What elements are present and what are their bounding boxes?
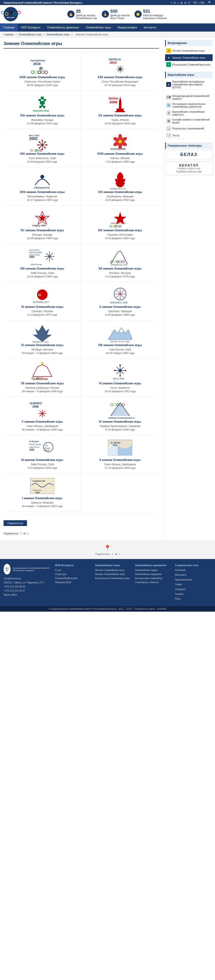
footer-youtube[interactable]: Youtube bbox=[175, 592, 212, 596]
svg-point-124 bbox=[119, 369, 122, 372]
svg-rect-9 bbox=[38, 99, 41, 101]
footer-share-tw-icon[interactable]: t bbox=[119, 552, 120, 555]
nav-movement[interactable]: Олимпийское движение bbox=[44, 24, 82, 32]
svg-rect-12 bbox=[41, 104, 43, 107]
game-ii-title[interactable]: II зимние Олимпийские игры bbox=[100, 458, 141, 461]
footer-movement-link4[interactable]: Спортивные объекты bbox=[135, 581, 172, 584]
share-tw[interactable]: t bbox=[28, 532, 28, 535]
sidebar-tests[interactable]: 📝 Тесты bbox=[165, 132, 213, 139]
game-ix-title[interactable]: IX зимние Олимпийские игры bbox=[21, 344, 63, 347]
sapporo-logo: XI SAPPORO 1972 bbox=[27, 285, 58, 305]
footer-twitter[interactable]: Twitter bbox=[175, 583, 212, 586]
svg-text:PyeongChang: PyeongChang bbox=[30, 59, 45, 62]
fb-icon[interactable]: f bbox=[171, 1, 172, 4]
instagram-icon[interactable]: ig bbox=[180, 1, 182, 4]
site-logo[interactable]: BELARUS bbox=[3, 7, 18, 21]
game-xxi-title[interactable]: XXI зимние Олимпийские игры bbox=[20, 114, 65, 117]
main-layout: Зимние Олимпийские игры PyeongChang 2018… bbox=[0, 38, 215, 541]
game-xiii-title[interactable]: XIII зимние Олимпийские игры bbox=[20, 267, 64, 270]
search-icon[interactable]: 🔍 bbox=[208, 1, 212, 4]
lang-ru[interactable]: RU bbox=[193, 1, 197, 4]
svg-marker-39 bbox=[38, 214, 46, 221]
tokyo-icon: 🏅 bbox=[102, 11, 109, 18]
footer-noc-about[interactable]: О нас bbox=[55, 569, 92, 572]
footer-map-icon[interactable]: 📍 bbox=[3, 545, 212, 551]
game-xxiii-title[interactable]: XXIII зимние Олимпийские игры bbox=[19, 76, 65, 79]
breadcrumb-olympic-games[interactable]: Олимпийские игры bbox=[18, 33, 41, 36]
footer-odnoklassniki[interactable]: Одноклассники bbox=[175, 578, 212, 581]
sarajevo-logo: SARAJEVO 1984 bbox=[104, 208, 136, 229]
nav-media[interactable]: Медиагалерея bbox=[114, 24, 140, 32]
chamonix-logo: I зимние ОИ Chamonix 1924 bbox=[27, 476, 58, 496]
twitter-icon[interactable]: t bbox=[178, 1, 179, 4]
sidebar-anoc[interactable]: 🌐 Ассоциация национальных олимпийских ко… bbox=[165, 102, 213, 109]
game-xx-title[interactable]: XX зимние Олимпийские игры bbox=[98, 114, 142, 117]
footer-vkontakte[interactable]: ВКонтакте bbox=[175, 573, 212, 577]
breadcrumb-home[interactable]: Главная bbox=[3, 33, 14, 36]
footer-games-winter[interactable]: Зимние Олимпийские игры bbox=[95, 573, 132, 576]
footer-flickr[interactable]: Flickr bbox=[175, 597, 212, 601]
game-xvi-title[interactable]: XVI зимние Олимпийские игры bbox=[98, 190, 142, 194]
flickr-icon[interactable]: fl bbox=[188, 1, 190, 4]
share-vk[interactable]: vk bbox=[24, 532, 26, 535]
footer-share-fb-icon[interactable]: f bbox=[112, 552, 113, 555]
right-sidebar: Возрождение ☀ Летние Олимпийские игры ❄ … bbox=[163, 38, 215, 541]
footer-logo: NOCBY bbox=[3, 564, 11, 574]
game-xvii-title[interactable]: XVII зимние Олимпийские игры bbox=[20, 190, 65, 194]
footer-facebook[interactable]: Facebook bbox=[175, 569, 212, 572]
nav-noc[interactable]: НОК Беларуси bbox=[18, 24, 44, 32]
share-fb[interactable]: f bbox=[21, 532, 22, 535]
footer-instagram[interactable]: Instagram bbox=[175, 588, 212, 591]
footer-noc-museum[interactable]: Олимпийский музей bbox=[55, 577, 92, 580]
game-xviii-title[interactable]: XVIII зимние Олимпийские игры bbox=[97, 152, 143, 156]
game-xiv-title[interactable]: XIV зимние Олимпийские игры bbox=[98, 229, 142, 232]
sidebar-eyof[interactable]: ★ Европейские молодёжные олимпийские фес… bbox=[165, 79, 213, 90]
game-xv-title[interactable]: XV зимние Олимпийские игры bbox=[21, 229, 64, 232]
footer-noc-panoram[interactable]: Панорам-2018 bbox=[55, 581, 92, 584]
nav-games[interactable]: Олимпийские игры bbox=[82, 24, 114, 32]
innsbruck64-logo: INNSBRUCK 1964 bbox=[27, 323, 58, 344]
game-i-title[interactable]: I зимние Олимпийские игры bbox=[22, 496, 63, 500]
footer-noc-structure[interactable]: Структура bbox=[55, 573, 92, 576]
game-v-title[interactable]: V зимние Олимпийские игры bbox=[22, 420, 63, 423]
breadcrumb-games2[interactable]: Олимпийские игры bbox=[47, 33, 70, 36]
subscribe-button[interactable]: Подписаться bbox=[3, 520, 27, 526]
footer-email[interactable]: noc@belarus.by bbox=[3, 577, 51, 580]
svg-point-86 bbox=[119, 68, 121, 70]
game-xi-title[interactable]: XI зимние Олимпийские игры bbox=[21, 305, 63, 309]
sidebar-youth-games[interactable]: Y Юношеские Олимпийские игры bbox=[165, 61, 213, 68]
game-xxii-title[interactable]: XXII зимние Олимпийские игры bbox=[98, 76, 142, 79]
game-xix-title[interactable]: XIX зимние Олимпийские игры bbox=[20, 152, 65, 156]
footer-movement-link2[interactable]: Олимпийская академия bbox=[135, 573, 172, 576]
game-vii-title[interactable]: VII зимние Олимпийские игры bbox=[21, 382, 64, 385]
yt-icon[interactable]: yt bbox=[185, 1, 187, 4]
sidebar-summer-games[interactable]: ☀ Летние Олимпийские игры bbox=[165, 47, 213, 54]
footer-share-vk-icon[interactable]: vk bbox=[115, 552, 117, 555]
footer-sitemap[interactable]: Карта сайта bbox=[3, 593, 51, 597]
game-x-title[interactable]: X зимние Олимпийские игры bbox=[100, 305, 141, 309]
sidebar-ioc[interactable]: Международный олимпийский комитет bbox=[165, 94, 213, 102]
svg-point-104 bbox=[117, 225, 119, 227]
game-ix: INNSBRUCK 1964 IX зимние Олимпийские игр… bbox=[3, 320, 81, 359]
footer-movement-link3[interactable]: Белорусские олимпийцы bbox=[135, 577, 172, 580]
footer-movement-link1[interactable]: Олимпийские зарды bbox=[135, 569, 172, 572]
nav-contacts[interactable]: Контакты bbox=[141, 24, 160, 32]
top-bar-right: f in t ig yt fl RU | EN 🔍 bbox=[171, 1, 212, 4]
vk-icon[interactable]: in bbox=[174, 1, 176, 4]
game-iii-title[interactable]: III зимние Олимпийские игры bbox=[21, 458, 63, 461]
sidebar-museum[interactable]: 🏛 Онлайн-заявки в олимпийский музей bbox=[165, 117, 213, 125]
footer-games-summer[interactable]: Летние Олимпийские игры bbox=[95, 569, 132, 572]
sidebar-results[interactable]: 📊 Результаты соревнований bbox=[165, 125, 213, 132]
nav-home[interactable]: Главная bbox=[0, 24, 18, 32]
game-viii-title[interactable]: VIII зимние Олимпийские игры bbox=[98, 344, 142, 347]
lakeplacid32-logo: III Olympic Winter Games Lake Placid 193… bbox=[27, 438, 58, 458]
game-xii-title[interactable]: XII зимние Олимпийские игры bbox=[99, 267, 142, 270]
svg-text:Vancouver 2010: Vancouver 2010 bbox=[33, 110, 49, 112]
game-iv-title[interactable]: IV зимние Олимпийские игры bbox=[99, 420, 141, 423]
footer-games-youth[interactable]: Юношеские Олимпийские игры bbox=[95, 577, 132, 580]
lang-en[interactable]: | EN bbox=[199, 1, 204, 4]
svg-text:2018: 2018 bbox=[33, 62, 41, 66]
sidebar-eoc[interactable]: 🏅 Европейские олимпийские комитеты bbox=[165, 109, 213, 117]
game-vi-title[interactable]: VI зимние Олимпийские игры bbox=[99, 382, 141, 385]
sidebar-winter-games[interactable]: ❄ Зимние Олимпийские игры bbox=[165, 54, 213, 61]
